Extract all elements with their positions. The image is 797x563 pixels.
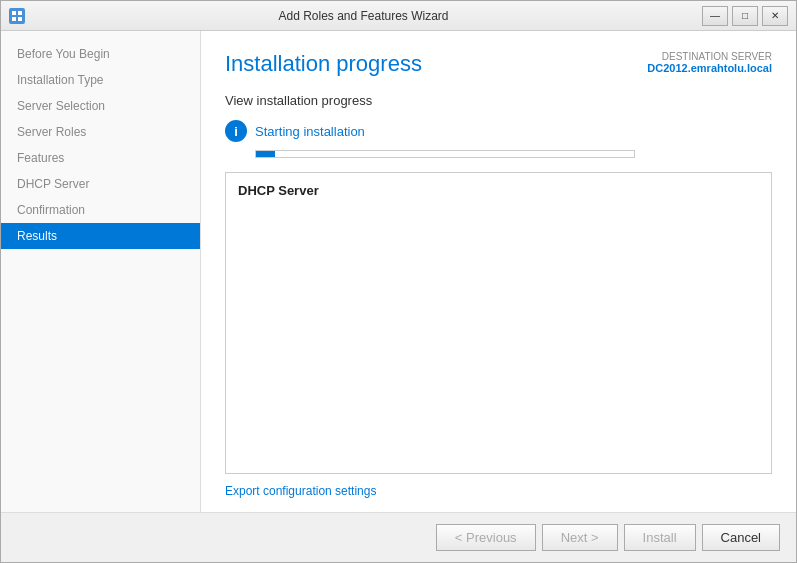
progress-bar-container — [255, 150, 635, 158]
info-icon: i — [225, 120, 247, 142]
window-controls: — □ ✕ — [702, 6, 788, 26]
page-title: Installation progress — [225, 51, 422, 77]
sidebar-item-installation-type[interactable]: Installation Type — [1, 67, 200, 93]
next-button[interactable]: Next > — [542, 524, 618, 551]
sidebar: Before You Begin Installation Type Serve… — [1, 31, 201, 512]
status-text: Starting installation — [255, 124, 365, 139]
app-icon — [9, 8, 25, 24]
sidebar-item-results[interactable]: Results — [1, 223, 200, 249]
sidebar-item-dhcp-server[interactable]: DHCP Server — [1, 171, 200, 197]
section-title: View installation progress — [225, 93, 772, 108]
svg-rect-2 — [12, 17, 16, 21]
footer: < Previous Next > Install Cancel — [1, 512, 796, 562]
sidebar-item-features[interactable]: Features — [1, 145, 200, 171]
svg-rect-3 — [18, 17, 22, 21]
sidebar-item-before-you-begin[interactable]: Before You Begin — [1, 41, 200, 67]
sidebar-item-server-roles[interactable]: Server Roles — [1, 119, 200, 145]
svg-rect-0 — [12, 11, 16, 15]
svg-rect-1 — [18, 11, 22, 15]
previous-button[interactable]: < Previous — [436, 524, 536, 551]
close-button[interactable]: ✕ — [762, 6, 788, 26]
dest-server-name: DC2012.emrahtolu.local — [647, 62, 772, 74]
destination-server-info: DESTINATION SERVER DC2012.emrahtolu.loca… — [647, 51, 772, 74]
main-content: Installation progress DESTINATION SERVER… — [201, 31, 796, 512]
result-box: DHCP Server — [225, 172, 772, 474]
minimize-button[interactable]: — — [702, 6, 728, 26]
cancel-button[interactable]: Cancel — [702, 524, 780, 551]
header-row: Installation progress DESTINATION SERVER… — [225, 51, 772, 77]
export-link[interactable]: Export configuration settings — [225, 484, 772, 498]
status-row: i Starting installation — [225, 120, 772, 142]
window-title: Add Roles and Features Wizard — [25, 9, 702, 23]
dest-server-label: DESTINATION SERVER — [647, 51, 772, 62]
wizard-window: Add Roles and Features Wizard — □ ✕ Befo… — [0, 0, 797, 563]
sidebar-item-server-selection[interactable]: Server Selection — [1, 93, 200, 119]
content-area: Before You Begin Installation Type Serve… — [1, 31, 796, 512]
install-button[interactable]: Install — [624, 524, 696, 551]
maximize-button[interactable]: □ — [732, 6, 758, 26]
title-bar: Add Roles and Features Wizard — □ ✕ — [1, 1, 796, 31]
progress-bar-fill — [256, 151, 275, 157]
sidebar-item-confirmation[interactable]: Confirmation — [1, 197, 200, 223]
result-box-label: DHCP Server — [238, 183, 759, 198]
